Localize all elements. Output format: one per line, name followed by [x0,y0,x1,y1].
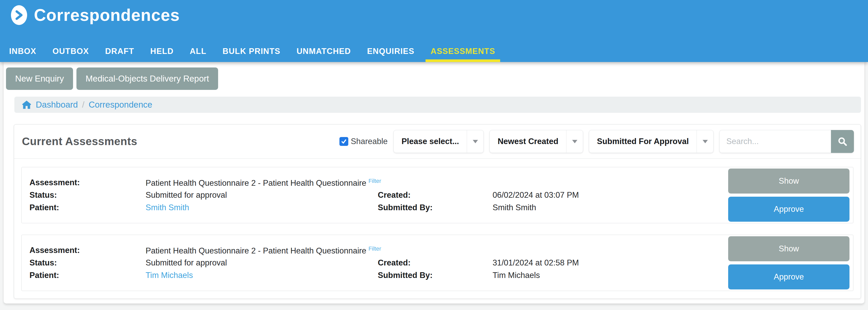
chevron-down-icon [467,130,484,153]
created-value: 06/02/2024 at 03:07 PM [493,191,728,200]
panel-title: Current Assessments [22,135,137,148]
breadcrumb: Dashboard / Correspondence [14,97,861,113]
assessment-label: Assessment: [29,178,146,187]
submitted-by-label: Submitted By: [378,203,493,212]
assessment-name: Patient Health Questionnaire 2 - Patient… [146,178,366,187]
patient-link[interactable]: Smith Smith [146,203,378,212]
tab-inbox[interactable]: INBOX [1,41,44,62]
status-select[interactable]: Submitted For Approval [589,130,714,153]
shareable-checkbox[interactable] [339,137,348,146]
tab-enquiries[interactable]: ENQUIRIES [359,41,423,62]
new-enquiry-button[interactable]: New Enquiry [6,67,73,90]
assessment-row-1-details: Assessment: Patient Health Questionnaire… [29,176,728,214]
tab-held[interactable]: HELD [142,41,182,62]
assessment-value: Patient Health Questionnaire 2 - Patient… [146,245,728,255]
status-value: Submitted for approval [146,191,378,200]
breadcrumb-dashboard-link[interactable]: Dashboard [36,100,78,110]
submitted-by-value: Smith Smith [493,203,728,212]
tab-bar: INBOX OUTBOX DRAFT HELD ALL BULK PRINTS … [0,41,503,62]
search-input[interactable] [719,130,831,153]
filter-link[interactable]: Filter [368,178,381,184]
patient-link[interactable]: Tim Michaels [146,271,378,280]
brand: Correspondences [0,0,868,25]
approve-button[interactable]: Approve [728,265,849,289]
tab-outbox[interactable]: OUTBOX [44,41,97,62]
tab-draft[interactable]: DRAFT [97,41,142,62]
action-button-row: New Enquiry Medical-Objects Delivery Rep… [4,67,864,90]
page-title: Correspondences [34,5,180,25]
submitted-by-label: Submitted By: [378,271,493,280]
status-label: Status: [29,191,146,200]
home-icon[interactable] [22,100,32,109]
shareable-label: Shareable [351,137,388,146]
breadcrumb-separator: / [82,100,84,110]
sort-select-value: Newest Created [490,130,566,153]
status-value: Submitted for approval [146,258,378,268]
panel-header: Current Assessments Shareable Please sel… [14,125,861,159]
category-select-value: Please select... [394,130,467,153]
assessment-row-1-actions: Show Approve [728,169,849,222]
content-area: New Enquiry Medical-Objects Delivery Rep… [4,62,864,304]
show-button[interactable]: Show [728,169,849,194]
chevron-down-icon [696,130,713,153]
delivery-report-button[interactable]: Medical-Objects Delivery Report [76,67,218,90]
patient-label: Patient: [29,271,146,280]
assessment-value: Patient Health Questionnaire 2 - Patient… [146,178,728,188]
status-label: Status: [29,258,146,268]
chevron-right-circle-icon [11,5,27,25]
approve-button[interactable]: Approve [728,197,849,222]
created-value: 31/01/2024 at 02:58 PM [493,258,728,268]
chevron-down-icon [566,130,583,153]
breadcrumb-correspondence-link[interactable]: Correspondence [89,100,152,110]
search-icon [837,136,848,147]
tab-unmatched[interactable]: UNMATCHED [288,41,359,62]
search-button[interactable] [831,130,854,153]
category-select[interactable]: Please select... [394,130,484,153]
assessment-label: Assessment: [29,246,146,255]
search-group [719,130,854,153]
shareable-filter[interactable]: Shareable [339,137,388,146]
status-select-value: Submitted For Approval [589,130,696,153]
assessment-name: Patient Health Questionnaire 2 - Patient… [146,246,366,255]
assessment-rows: Assessment: Patient Health Questionnaire… [14,159,861,291]
check-icon [341,139,347,144]
app-header: Correspondences INBOX OUTBOX DRAFT HELD … [0,0,868,62]
current-assessments-panel: Current Assessments Shareable Please sel… [14,124,861,299]
assessment-row-2: Assessment: Patient Health Questionnaire… [21,235,854,291]
sort-select[interactable]: Newest Created [490,130,583,153]
created-label: Created: [378,258,493,268]
assessment-row-2-details: Assessment: Patient Health Questionnaire… [29,244,728,282]
assessment-row-1: Assessment: Patient Health Questionnaire… [21,167,854,223]
tab-assessments[interactable]: ASSESSMENTS [423,41,503,62]
show-button[interactable]: Show [728,236,849,261]
filter-toolbar: Shareable Please select... Newest Create… [339,130,854,153]
submitted-by-value: Tim Michaels [493,271,728,280]
assessment-row-2-actions: Show Approve [728,236,849,289]
filter-link[interactable]: Filter [368,245,381,252]
created-label: Created: [378,191,493,200]
tab-bulk-prints[interactable]: BULK PRINTS [214,41,288,62]
chevron-right-glyph [14,10,24,20]
tab-all[interactable]: ALL [182,41,214,62]
patient-label: Patient: [29,203,146,212]
